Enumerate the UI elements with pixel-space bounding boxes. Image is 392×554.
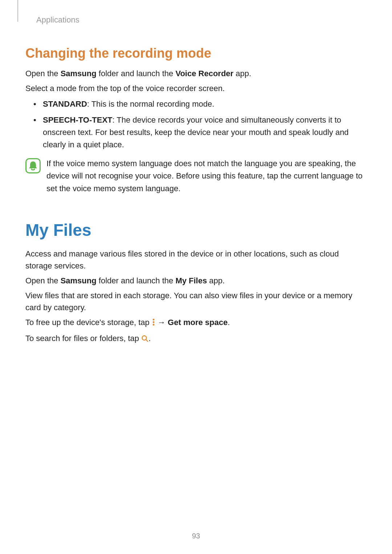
paragraph: To free up the device's storage, tap → G… <box>25 316 367 329</box>
heading-my-files: My Files <box>25 220 367 240</box>
more-options-icon <box>152 317 155 329</box>
text: . <box>228 318 230 327</box>
page-number: 93 <box>0 532 392 540</box>
svg-point-3 <box>152 324 154 325</box>
page: Applications Changing the recording mode… <box>0 0 392 554</box>
bold-text: Samsung <box>61 276 97 285</box>
bold-text: SPEECH-TO-TEXT <box>43 115 113 124</box>
bell-note-icon <box>25 158 41 173</box>
svg-line-5 <box>146 340 148 341</box>
text: folder and launch the <box>97 69 176 78</box>
text: Open the <box>25 276 61 285</box>
paragraph: Access and manage various files stored i… <box>25 248 367 272</box>
section-label: Applications <box>36 15 367 25</box>
note-text: If the voice memo system language does n… <box>46 157 367 194</box>
paragraph: Open the Samsung folder and launch the M… <box>25 275 367 287</box>
text: folder and launch the <box>97 276 176 285</box>
heading-changing-recording-mode: Changing the recording mode <box>25 46 367 61</box>
bold-text: STANDARD <box>43 99 87 108</box>
paragraph: To search for files or folders, tap . <box>25 332 367 345</box>
text: app. <box>207 276 225 285</box>
text: To search for files or folders, tap <box>25 334 141 343</box>
header-decor-line <box>17 0 18 22</box>
text: To free up the device's storage, tap <box>25 318 152 327</box>
note-callout: If the voice memo system language does n… <box>25 157 367 194</box>
bold-text: Samsung <box>61 69 97 78</box>
text: → <box>155 318 168 327</box>
paragraph: View files that are stored in each stora… <box>25 290 367 313</box>
search-icon <box>141 333 148 345</box>
paragraph: Open the Samsung folder and launch the V… <box>25 67 367 79</box>
text: Open the <box>25 69 61 78</box>
svg-point-1 <box>152 319 154 320</box>
paragraph: Select a mode from the top of the voice … <box>25 82 367 94</box>
list-item: SPEECH-TO-TEXT: The device records your … <box>25 114 367 151</box>
bold-text: My Files <box>175 276 207 285</box>
bold-text: Voice Recorder <box>175 69 233 78</box>
mode-list: STANDARD: This is the normal recording m… <box>25 98 367 151</box>
svg-point-2 <box>152 321 154 323</box>
text: app. <box>233 69 251 78</box>
text: : This is the normal recording mode. <box>87 99 215 108</box>
bold-text: Get more space <box>168 318 228 327</box>
list-item: STANDARD: This is the normal recording m… <box>25 98 367 110</box>
text: . <box>148 334 151 343</box>
